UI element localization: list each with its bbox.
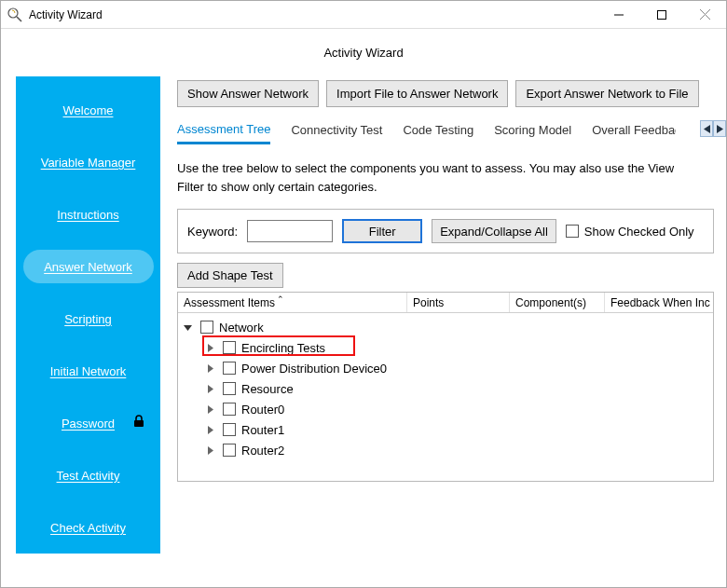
import-file-button[interactable]: Import File to Answer Network	[326, 80, 508, 107]
chevron-right-icon[interactable]	[206, 344, 217, 352]
tab-assessment-tree[interactable]: Assessment Tree	[177, 122, 270, 144]
column-assessment-items[interactable]: Assessment Items ⌃	[178, 293, 407, 312]
window-controls	[597, 1, 726, 29]
node-checkbox[interactable]	[223, 362, 236, 375]
svg-marker-12	[208, 385, 213, 393]
export-file-button[interactable]: Export Answer Network to File	[515, 80, 698, 107]
show-checked-only-label: Show Checked Only	[584, 225, 694, 239]
svg-marker-9	[184, 325, 192, 331]
svg-marker-13	[208, 405, 213, 414]
node-label: Network	[219, 321, 264, 335]
node-checkbox[interactable]	[223, 423, 236, 436]
sidebar-item-initial-network[interactable]: Initial Network	[23, 354, 154, 388]
tree-node-network[interactable]: Network	[184, 317, 713, 337]
sidebar: Welcome Variable Manager Instructions An…	[16, 76, 160, 554]
window-titlebar: Activity Wizard	[1, 1, 726, 29]
tab-scroll-left-button[interactable]	[700, 120, 713, 137]
node-label: Router1	[241, 423, 284, 437]
filter-button[interactable]: Filter	[342, 219, 422, 243]
tab-bar: Assessment Tree Connectivity Test Code T…	[177, 120, 726, 146]
window-title: Activity Wizard	[29, 8, 597, 21]
page-title: Activity Wizard	[1, 29, 726, 69]
svg-rect-3	[658, 10, 666, 19]
svg-marker-7	[704, 125, 710, 133]
chevron-right-icon[interactable]	[206, 385, 217, 393]
svg-marker-10	[208, 344, 213, 352]
node-label: Router2	[241, 444, 284, 458]
grid-body: Network Encircling Tests	[178, 313, 713, 460]
tree-node-resource[interactable]: Resource	[206, 378, 713, 399]
chevron-down-icon[interactable]	[184, 323, 195, 332]
node-checkbox[interactable]	[223, 341, 236, 354]
node-label: Resource	[241, 382, 294, 396]
sidebar-item-scripting[interactable]: Scripting	[23, 302, 154, 335]
svg-marker-8	[717, 125, 723, 133]
sidebar-item-check-activity[interactable]: Check Activity	[23, 511, 154, 544]
description-text: Use the tree below to select the compone…	[177, 159, 699, 196]
chevron-right-icon[interactable]	[206, 364, 217, 373]
show-answer-network-button[interactable]: Show Answer Network	[177, 80, 319, 107]
add-shape-test-button[interactable]: Add Shape Test	[177, 263, 283, 288]
expand-collapse-button[interactable]: Expand/Collapse All	[432, 219, 556, 243]
keyword-label: Keyword:	[187, 225, 238, 239]
chevron-right-icon[interactable]	[206, 426, 217, 434]
grid-header: Assessment Items ⌃ Points Component(s) F…	[178, 293, 713, 313]
node-label: Power Distribution Device0	[241, 362, 387, 376]
svg-marker-11	[208, 364, 213, 373]
sidebar-item-variable-manager[interactable]: Variable Manager	[23, 145, 154, 179]
tab-overall-feedback[interactable]: Overall Feedback	[592, 123, 676, 143]
assessment-tree-grid: Assessment Items ⌃ Points Component(s) F…	[177, 292, 714, 482]
show-checked-only-checkbox[interactable]: Show Checked Only	[566, 225, 694, 239]
sidebar-item-instructions[interactable]: Instructions	[23, 198, 154, 231]
svg-marker-15	[208, 446, 213, 455]
chevron-right-icon[interactable]	[206, 446, 217, 455]
lock-icon	[131, 414, 146, 429]
tree-node-router2[interactable]: Router2	[206, 440, 713, 460]
svg-point-0	[8, 8, 18, 18]
column-feedback[interactable]: Feedback When Inc	[605, 293, 713, 312]
column-points[interactable]: Points	[407, 293, 510, 312]
svg-rect-6	[134, 420, 144, 427]
tab-code-testing[interactable]: Code Testing	[403, 123, 473, 143]
maximize-button[interactable]	[640, 1, 683, 29]
main-panel: Show Answer Network Import File to Answe…	[160, 69, 726, 586]
node-checkbox[interactable]	[223, 444, 236, 457]
svg-marker-14	[208, 426, 213, 434]
node-checkbox[interactable]	[223, 403, 236, 416]
sidebar-item-answer-network[interactable]: Answer Network	[23, 250, 154, 283]
node-checkbox[interactable]	[223, 382, 236, 395]
filter-panel: Keyword: Filter Expand/Collapse All Show…	[177, 209, 714, 253]
checkbox-icon	[566, 225, 579, 238]
tree-node-encircling-tests[interactable]: Encircling Tests	[206, 337, 713, 358]
tree-node-power-distribution[interactable]: Power Distribution Device0	[206, 358, 713, 378]
app-icon	[7, 7, 23, 23]
minimize-button[interactable]	[597, 1, 640, 29]
sort-ascending-icon: ⌃	[277, 294, 284, 304]
sidebar-item-test-activity[interactable]: Test Activity	[23, 458, 154, 492]
tree-node-router1[interactable]: Router1	[206, 419, 713, 440]
sidebar-item-password[interactable]: Password	[23, 406, 154, 440]
tree-node-router0[interactable]: Router0	[206, 399, 713, 419]
node-checkbox[interactable]	[200, 321, 213, 334]
sidebar-item-welcome[interactable]: Welcome	[23, 93, 154, 127]
column-components[interactable]: Component(s)	[510, 293, 605, 312]
close-button[interactable]	[683, 1, 726, 29]
tab-connectivity-test[interactable]: Connectivity Test	[291, 123, 382, 143]
tab-scoring-model[interactable]: Scoring Model	[494, 123, 571, 143]
chevron-right-icon[interactable]	[206, 405, 217, 414]
node-label: Router0	[241, 403, 284, 417]
svg-line-1	[17, 17, 21, 21]
keyword-input[interactable]	[247, 220, 333, 242]
node-label: Encircling Tests	[241, 341, 325, 355]
tab-scroll-right-button[interactable]	[713, 120, 726, 137]
